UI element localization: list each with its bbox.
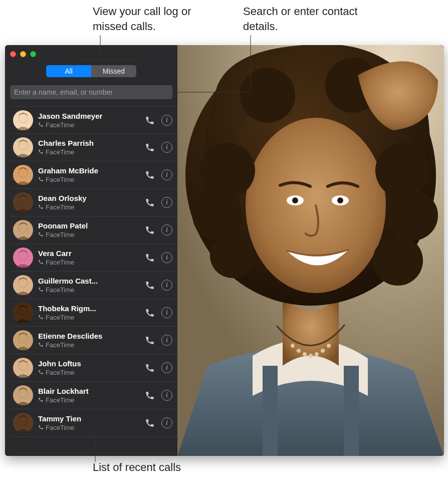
recents-row[interactable]: Tammy TienFaceTimei [10, 409, 177, 437]
call-button[interactable] [144, 142, 155, 153]
call-type-label: FaceTime [46, 121, 74, 129]
call-button[interactable] [144, 169, 155, 180]
avatar [13, 248, 33, 268]
avatar [13, 330, 33, 350]
contact-name: Graham McBride [38, 166, 144, 175]
info-button[interactable]: i [161, 115, 172, 126]
svg-point-29 [200, 143, 255, 198]
svg-point-33 [240, 68, 295, 123]
info-button[interactable]: i [161, 335, 172, 346]
svg-point-32 [375, 143, 430, 198]
call-button[interactable] [144, 252, 155, 263]
avatar [13, 137, 33, 157]
recents-row[interactable]: John LoftusFaceTimei [10, 354, 177, 382]
call-type-label: FaceTime [46, 369, 74, 376]
recents-info: Jason SandmeyerFaceTime [38, 112, 144, 129]
recents-row[interactable]: Dean OrloskyFaceTimei [10, 189, 177, 216]
window-controls [5, 45, 177, 59]
recents-row[interactable]: Jason SandmeyerFaceTimei [10, 106, 177, 134]
svg-point-28 [192, 190, 243, 241]
maximize-window-button[interactable] [30, 51, 36, 57]
recents-row[interactable]: Thobeka Rigm...FaceTimei [10, 299, 177, 327]
svg-point-11 [19, 251, 28, 260]
avatar [13, 275, 33, 295]
call-button[interactable] [144, 280, 155, 291]
call-button[interactable] [144, 390, 155, 401]
info-button[interactable]: i [161, 142, 172, 153]
svg-point-19 [19, 361, 28, 370]
contact-name: John Loftus [38, 359, 144, 368]
recents-row[interactable]: Vera CarrFaceTimei [10, 244, 177, 272]
call-type: FaceTime [38, 314, 144, 321]
tab-missed[interactable]: Missed [91, 65, 136, 77]
call-button[interactable] [144, 115, 155, 126]
handset-icon [38, 259, 44, 266]
contact-name: Guillermo Cast... [38, 277, 144, 285]
recents-list: Jason SandmeyerFaceTimeiCharles ParrishF… [5, 106, 177, 456]
recents-info: Poonam PatelFaceTime [38, 221, 144, 238]
contact-name: Tammy Tien [38, 414, 144, 423]
row-actions: i [144, 252, 172, 263]
tab-all[interactable]: All [46, 65, 91, 77]
call-type: FaceTime [38, 286, 144, 294]
info-button[interactable]: i [161, 169, 172, 180]
contact-name: Jason Sandmeyer [38, 112, 144, 120]
svg-point-7 [19, 196, 28, 205]
search-input[interactable] [10, 85, 172, 99]
avatar [13, 220, 33, 240]
svg-rect-47 [344, 366, 359, 456]
recents-row[interactable]: Charles ParrishFaceTimei [10, 134, 177, 161]
recents-info: Dean OrloskyFaceTime [38, 194, 144, 211]
call-type: FaceTime [38, 259, 144, 266]
row-actions: i [144, 197, 172, 208]
info-button[interactable]: i [161, 252, 172, 263]
svg-point-9 [19, 223, 28, 232]
svg-point-3 [19, 141, 28, 150]
svg-point-39 [291, 344, 295, 348]
call-button[interactable] [144, 417, 155, 428]
recents-row[interactable]: Etienne DesclidesFaceTimei [10, 327, 177, 354]
svg-point-43 [315, 352, 319, 356]
info-button[interactable]: i [161, 197, 172, 208]
avatar [13, 165, 33, 185]
info-button[interactable]: i [161, 362, 172, 373]
minimize-window-button[interactable] [20, 51, 26, 57]
row-actions: i [144, 280, 172, 291]
sidebar: All Missed Jason SandmeyerFaceTimeiCharl… [5, 45, 177, 456]
info-button[interactable]: i [161, 390, 172, 401]
info-button[interactable]: i [161, 224, 172, 235]
call-type-label: FaceTime [46, 396, 74, 404]
recents-info: Blair LockhartFaceTime [38, 387, 144, 404]
call-type: FaceTime [38, 121, 144, 129]
recents-info: Graham McBrideFaceTime [38, 166, 144, 183]
avatar [13, 385, 33, 405]
call-type-label: FaceTime [46, 314, 74, 321]
contact-name: Charles Parrish [38, 139, 144, 147]
call-type-label: FaceTime [46, 259, 74, 266]
call-type: FaceTime [38, 231, 144, 238]
call-filter-tabs: All Missed [46, 65, 136, 77]
call-button[interactable] [144, 307, 155, 318]
call-button[interactable] [144, 197, 155, 208]
call-button[interactable] [144, 335, 155, 346]
call-type: FaceTime [38, 176, 144, 183]
recents-row[interactable]: Graham McBrideFaceTimei [10, 161, 177, 189]
recents-row[interactable]: Guillermo Cast...FaceTimei [10, 272, 177, 299]
recents-row[interactable]: Poonam PatelFaceTimei [10, 216, 177, 244]
call-button[interactable] [144, 362, 155, 373]
call-type-label: FaceTime [46, 231, 74, 238]
recents-row[interactable]: Blair LockhartFaceTimei [10, 382, 177, 409]
close-window-button[interactable] [10, 51, 16, 57]
avatar [13, 303, 33, 323]
call-button[interactable] [144, 224, 155, 235]
row-actions: i [144, 417, 172, 428]
info-button[interactable]: i [161, 280, 172, 291]
contact-name: Poonam Patel [38, 221, 144, 230]
svg-point-41 [303, 352, 307, 356]
info-button[interactable]: i [161, 307, 172, 318]
svg-rect-46 [263, 366, 278, 456]
svg-point-42 [309, 354, 313, 358]
avatar [13, 358, 33, 378]
info-button[interactable]: i [161, 417, 172, 428]
callout-text-list: List of recent calls [93, 461, 181, 474]
